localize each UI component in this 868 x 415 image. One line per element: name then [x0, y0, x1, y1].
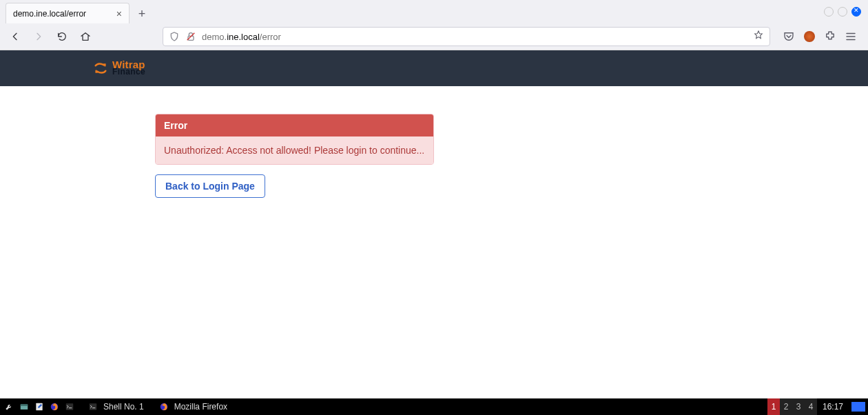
- svg-rect-7: [90, 403, 97, 409]
- window-minimize-icon[interactable]: [824, 7, 834, 17]
- logo-text: Witrap Finance: [112, 60, 145, 77]
- back-button[interactable]: [7, 28, 23, 45]
- window-controls: [824, 0, 868, 23]
- firefox-launcher-icon[interactable]: [48, 401, 61, 413]
- tab-close-icon[interactable]: ×: [116, 8, 122, 19]
- os-taskbar: Shell No. 1 Mozilla Firefox 1 2 3 4 16:1…: [0, 398, 868, 415]
- page-viewport: Witrap Finance Error Unauthorized: Acces…: [0, 50, 868, 198]
- taskbar-app-firefox-label: Mozilla Firefox: [174, 402, 227, 412]
- taskbar-clock: 16:17: [817, 402, 849, 412]
- url-host: ine.local: [227, 32, 260, 42]
- window-close-icon[interactable]: [851, 7, 861, 17]
- extensions-icon[interactable]: [824, 30, 836, 43]
- shield-icon[interactable]: [169, 31, 180, 42]
- bookmark-star-icon[interactable]: [753, 30, 764, 43]
- svg-rect-3: [21, 405, 28, 406]
- back-to-login-button[interactable]: Back to Login Page: [155, 174, 265, 198]
- toolbar: demo.ine.local/error: [0, 23, 868, 50]
- content-inner: Error Unauthorized: Access not allowed! …: [155, 114, 720, 198]
- toolbar-right: [783, 30, 861, 43]
- terminal-launcher-icon[interactable]: [63, 401, 76, 413]
- taskbar-right: 1 2 3 4 16:17: [767, 398, 868, 415]
- content-area: Error Unauthorized: Access not allowed! …: [0, 86, 868, 198]
- logo-mark-icon: [93, 61, 108, 76]
- reload-button[interactable]: [54, 28, 70, 45]
- browser-chrome: demo.ine.local/error × +: [0, 0, 868, 50]
- tab-strip: demo.ine.local/error × +: [0, 0, 868, 23]
- workspace-1[interactable]: 1: [767, 398, 780, 415]
- menu-icon[interactable]: [845, 30, 857, 43]
- svg-rect-6: [66, 403, 74, 409]
- taskbar-left: Shell No. 1 Mozilla Firefox: [0, 398, 234, 415]
- url-text: demo.ine.local/error: [202, 32, 281, 42]
- noscript-icon[interactable]: [803, 30, 816, 43]
- logo-line-2: Finance: [112, 68, 145, 76]
- tab-title: demo.ine.local/error: [13, 9, 86, 19]
- alert-message: Unauthorized: Access not allowed! Please…: [156, 136, 433, 164]
- site-header: Witrap Finance: [0, 50, 868, 86]
- insecure-lock-icon[interactable]: [185, 31, 196, 42]
- browser-tab[interactable]: demo.ine.local/error ×: [6, 3, 130, 23]
- url-prefix: demo.: [202, 32, 227, 42]
- url-bar[interactable]: demo.ine.local/error: [163, 27, 770, 46]
- tool-wrench-icon[interactable]: [3, 401, 15, 413]
- file-manager-icon[interactable]: [18, 401, 30, 413]
- workspace-2[interactable]: 2: [780, 398, 792, 415]
- show-desktop-icon[interactable]: [851, 402, 865, 412]
- error-alert: Error Unauthorized: Access not allowed! …: [155, 114, 434, 165]
- home-button[interactable]: [77, 28, 94, 45]
- terminal-icon: [87, 401, 99, 413]
- forward-button[interactable]: [30, 28, 47, 45]
- taskbar-app-shell[interactable]: Shell No. 1: [83, 398, 151, 415]
- workspace-4[interactable]: 4: [805, 398, 817, 415]
- text-editor-icon[interactable]: [33, 401, 45, 413]
- site-logo[interactable]: Witrap Finance: [93, 60, 145, 77]
- alert-title: Error: [156, 114, 433, 136]
- firefox-icon: [158, 401, 170, 413]
- url-path: /error: [260, 32, 281, 42]
- new-tab-button[interactable]: +: [132, 4, 152, 23]
- pocket-icon[interactable]: [783, 30, 795, 43]
- workspace-3[interactable]: 3: [792, 398, 805, 415]
- taskbar-app-shell-label: Shell No. 1: [103, 402, 144, 412]
- taskbar-app-firefox[interactable]: Mozilla Firefox: [154, 398, 234, 415]
- window-maximize-icon[interactable]: [838, 7, 847, 17]
